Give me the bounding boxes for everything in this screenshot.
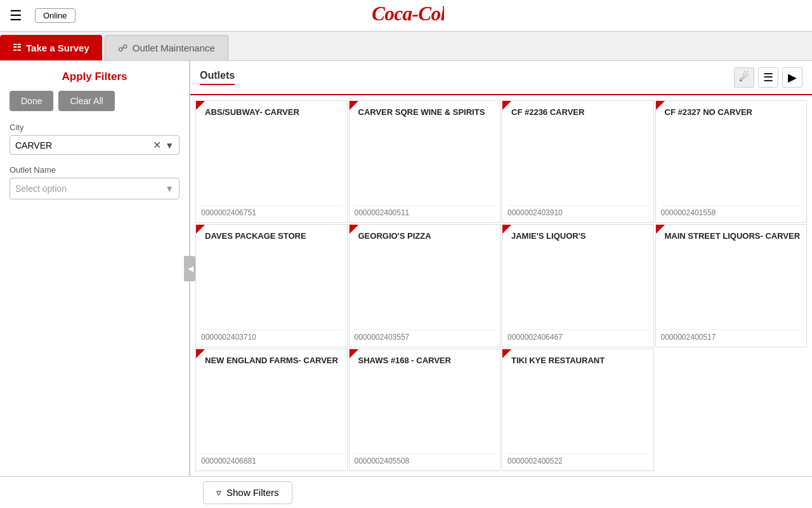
bottom-bar: ▿ Show Filters — [0, 476, 812, 508]
tab-bar: ☷ Take a Survey ☍ Outlet Maintenance — [0, 32, 812, 61]
city-dropdown-icon[interactable]: ▼ — [165, 140, 174, 150]
collapse-handle[interactable]: ◀ — [184, 256, 197, 281]
grid-view-button[interactable]: ☄ — [734, 67, 754, 88]
outlet-name-select[interactable]: Select option ▼ — [10, 178, 180, 199]
outlet-select-placeholder: Select option — [15, 184, 67, 194]
outlets-panel: Outlets ☄ ☰ ▶ ABS/SUBWAY- CARVER 0000002… — [190, 61, 812, 476]
coca-cola-logo: Coca-Cola — [368, 1, 444, 30]
outlet-card[interactable]: ABS/SUBWAY- CARVER 0000002406751 — [195, 100, 348, 223]
card-corner — [502, 101, 511, 110]
apply-filters-title: Apply Filters — [10, 70, 180, 83]
done-button[interactable]: Done — [10, 91, 53, 111]
filter-buttons: Done Clear All — [10, 91, 180, 111]
view-toggles: ☄ ☰ ▶ — [734, 67, 802, 88]
outlet-card-name: NEW ENGLAND FARMS- CARVER — [201, 354, 342, 450]
tab-outlet-maintenance[interactable]: ☍ Outlet Maintenance — [105, 35, 228, 60]
tab-take-survey[interactable]: ☷ Take a Survey — [0, 35, 102, 60]
outlet-card-name: ABS/SUBWAY- CARVER — [201, 106, 342, 201]
outlet-card-id: 0000002400511 — [355, 205, 495, 217]
sidebar: Apply Filters Done Clear All City CARVER… — [0, 61, 190, 476]
city-clear-icon[interactable]: ✕ — [153, 139, 161, 151]
show-filters-button[interactable]: ▿ Show Filters — [203, 481, 292, 504]
outlet-card-id: 0000002400522 — [508, 453, 648, 465]
card-corner — [350, 101, 358, 110]
card-corner — [196, 225, 205, 234]
outlet-card[interactable]: DAVES PACKAGE STORE 0000002403710 — [195, 224, 348, 347]
outlet-select-arrow: ▼ — [165, 184, 174, 194]
outlet-card-id: 0000002406881 — [201, 453, 342, 465]
filter-icon: ▿ — [216, 487, 221, 498]
grid-icon: ☷ — [13, 42, 21, 53]
outlet-card-id: 0000002406467 — [508, 330, 648, 342]
outlet-card-name: CARVER SQRE WINE & SPIRITS — [355, 106, 495, 201]
outlet-card-id: 0000002403910 — [508, 205, 648, 217]
outlet-card-id: 0000002401558 — [661, 205, 802, 217]
map-view-button[interactable]: ▶ — [782, 67, 802, 88]
city-value: CARVER — [15, 140, 153, 150]
list-view-button[interactable]: ☰ — [758, 67, 778, 88]
outlet-card-id: 0000002403557 — [355, 330, 495, 342]
outlet-name-label: Outlet Name — [10, 165, 180, 175]
outlets-tab-label: Outlets — [200, 70, 235, 85]
online-button[interactable]: Online — [35, 8, 75, 23]
outlet-card-id: 0000002403710 — [201, 330, 342, 342]
outlet-card-name: TIKI KYE RESTAURANT — [508, 354, 648, 450]
outlets-grid: ABS/SUBWAY- CARVER 0000002406751 CARVER … — [190, 95, 812, 476]
outlet-card[interactable]: CARVER SQRE WINE & SPIRITS 0000002400511 — [349, 100, 501, 223]
card-corner — [502, 225, 511, 234]
outlet-card-name: CF #2236 CARVER — [508, 106, 648, 201]
outlet-card-name: GEORGIO'S PIZZA — [355, 230, 495, 325]
outlet-card-name: MAIN STREET LIQUORS- CARVER — [661, 230, 802, 325]
card-corner — [656, 101, 665, 110]
outlet-card-name: CF #2327 NO CARVER — [661, 106, 802, 201]
outlet-card[interactable]: CF #2327 NO CARVER 0000002401558 — [655, 100, 808, 223]
city-filter-label: City — [10, 123, 180, 132]
outlet-card[interactable]: TIKI KYE RESTAURANT 0000002400522 — [502, 349, 654, 471]
card-corner — [656, 225, 665, 234]
outlet-card[interactable]: SHAWS #168 - CARVER 0000002405508 — [349, 349, 501, 471]
card-corner — [196, 101, 205, 110]
card-corner — [350, 225, 358, 234]
main-content: Apply Filters Done Clear All City CARVER… — [0, 61, 812, 476]
menu-icon[interactable]: ☰ — [10, 8, 22, 24]
show-filters-label: Show Filters — [226, 487, 279, 498]
outlet-card[interactable]: JAMIE'S LIQUOR'S 0000002406467 — [502, 224, 654, 347]
city-filter-input[interactable]: CARVER ✕ ▼ — [10, 135, 180, 155]
top-bar: ☰ Online Coca-Cola — [0, 0, 812, 32]
wifi-icon: ☍ — [118, 43, 128, 54]
outlet-card-name: JAMIE'S LIQUOR'S — [508, 230, 648, 325]
outlet-card-id: 0000002405508 — [355, 453, 495, 465]
card-corner — [196, 349, 205, 358]
outlet-card-id: 0000002400517 — [661, 330, 802, 342]
outlet-card[interactable]: CF #2236 CARVER 0000002403910 — [502, 100, 654, 223]
outlet-card-name: DAVES PACKAGE STORE — [201, 230, 342, 325]
outlet-card[interactable]: MAIN STREET LIQUORS- CARVER 000000240051… — [655, 224, 808, 347]
outlet-card-id: 0000002406751 — [201, 205, 342, 217]
clear-all-button[interactable]: Clear All — [58, 91, 114, 111]
outlet-card-name: SHAWS #168 - CARVER — [355, 354, 495, 450]
outlets-header: Outlets ☄ ☰ ▶ — [190, 61, 812, 95]
svg-text:Coca-Cola: Coca-Cola — [372, 3, 444, 25]
card-corner — [502, 349, 511, 358]
outlet-card[interactable]: NEW ENGLAND FARMS- CARVER 0000002406881 — [195, 349, 348, 471]
outlet-card[interactable]: GEORGIO'S PIZZA 0000002403557 — [349, 224, 501, 347]
card-corner — [350, 349, 358, 358]
